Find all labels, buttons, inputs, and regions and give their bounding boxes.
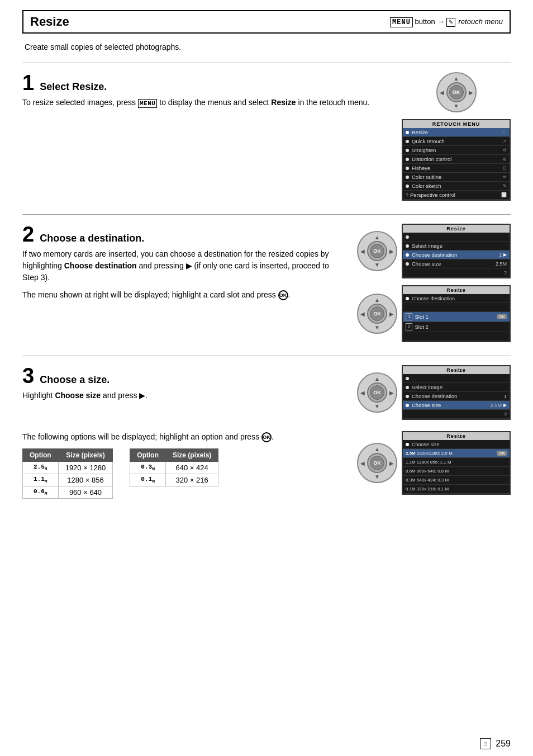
screen3b-1.1m: 1.1M 1280x 856; 1.1 M	[403, 458, 510, 467]
ok-badge-25m: OK	[497, 451, 507, 456]
page-footer: ≡ 259	[480, 738, 511, 749]
options-table-1: Option Size (pixels) 2.5M 1920 × 1280 1.…	[22, 448, 113, 499]
step3-body: Highlight Choose size and press ▶.	[22, 390, 335, 401]
table2-row2: 0.1M 320 × 216	[130, 474, 218, 486]
screen2-choose-size: Choose size 2.5M	[403, 259, 510, 268]
screen3-blank1	[403, 374, 510, 383]
retouch-label: retouch menu	[459, 17, 503, 26]
question-icon: ?	[406, 192, 408, 198]
screen-row-resize: Resize ⬚	[403, 128, 510, 137]
dot-s3-blank1	[406, 377, 409, 380]
ok-symbol-3: OK	[261, 432, 272, 442]
step3-table-intro: The following options will be displayed;…	[22, 431, 346, 443]
arrow-up-2a: ▲	[374, 234, 380, 240]
camera-dial-1: ▲ ▼ ◀ ▶ OK	[436, 72, 477, 112]
screen-row-quick: Quick retouch ↗	[403, 137, 510, 146]
arrow-up-1: ▲	[454, 75, 459, 82]
screen-row-straighten: Straighten ↺	[403, 146, 510, 155]
arrow-down-2a: ▼	[374, 262, 380, 268]
screen-row-sketch: Color sketch ✎	[403, 182, 510, 191]
table2-opt1: 0.3M	[130, 462, 166, 474]
step2-left: 2 Choose a destination. If two memory ca…	[22, 224, 357, 301]
size-03m-label: 0.3M	[406, 478, 416, 483]
dot-s3-dest	[406, 395, 409, 398]
dot-distortion	[406, 158, 409, 161]
dial-ok-1: OK	[449, 85, 464, 100]
screen3-dest: Choose destination 1	[403, 392, 510, 401]
step1-number-row: 1 Select Resize.	[22, 72, 391, 93]
dial-outer-2a: ▲ ▼ ◀ ▶ OK	[357, 231, 397, 271]
table1-col2-header: Size (pixels)	[58, 449, 113, 462]
screen2b-slot1: 1 Slot 1 OK	[403, 312, 510, 322]
step3-number-row: 3 Choose a size.	[22, 365, 335, 386]
screen-row-outline: Color outline ✏	[403, 173, 510, 182]
screen3b-0.1m: 0.1M 320x 216; 0.1 M	[403, 485, 510, 494]
arrow-right-2a: ▶	[389, 248, 394, 254]
screen2-choose-dest: Choose destination 1 ▶	[403, 251, 510, 259]
dot-outline	[406, 176, 409, 179]
ok-symbol-2: OK	[278, 290, 288, 300]
dot-s3-select	[406, 386, 409, 389]
arrow-up-2b: ▲	[374, 297, 380, 303]
dot-straighten	[406, 149, 409, 152]
table1-row3: 0.6M 960 × 640	[23, 486, 113, 499]
screen3b-subtitle: Choose size	[403, 440, 510, 449]
screen2-blank2: ?	[403, 268, 510, 277]
menu-label-inline: MENU	[138, 99, 157, 108]
step2-number-row: 2 Choose a destination.	[22, 224, 346, 245]
step3-section: 3 Choose a size. Highlight Choose size a…	[22, 365, 511, 499]
arrow-left-1: ◀	[440, 89, 444, 96]
options-table-2: Option Size (pixels) 0.3M 640 × 424 0.1M	[130, 448, 218, 486]
step1-separator	[22, 63, 511, 63]
dot-s3-size	[406, 404, 409, 407]
book-icon: ≡	[480, 738, 491, 749]
table1-opt3: 0.6M	[23, 486, 59, 499]
step3-separator	[22, 356, 511, 356]
step3-screen1-header: Resize	[403, 366, 510, 374]
dial-inner-2b: OK	[367, 304, 387, 324]
dot-quick	[406, 140, 409, 143]
arrow-down-1: ▼	[454, 103, 459, 109]
step3-dial-screen2: ▲ ▼ ◀ ▶ OK Resize Choose size	[357, 431, 511, 495]
step2-right: ▲ ▼ ◀ ▶ OK Resize	[357, 224, 511, 342]
step2-screen1: Resize Select image Choose destination 1…	[402, 224, 511, 278]
step3-number: 3	[22, 365, 34, 386]
outline-icon: ✏	[503, 174, 507, 179]
screen3b-0.3m: 0.3M 640x 424; 0.3 M	[403, 476, 510, 485]
table1-opt2: 1.1M	[23, 474, 59, 486]
slot1-icon: 1	[406, 313, 412, 320]
resize-icon: ⬚	[502, 130, 507, 135]
screen2b-blank2	[403, 332, 510, 341]
arrow-right-1: ▶	[469, 89, 473, 96]
step2-screen1-header: Resize	[403, 225, 510, 233]
page-number: 259	[496, 739, 511, 749]
step2-screen2: Resize Choose destination 1 Slot 1 OK 2 …	[402, 285, 511, 342]
fisheye-icon: ⊡	[503, 166, 507, 171]
step2-dial-screen2-row: ▲ ▼ ◀ ▶ OK Resize Choose destination	[357, 285, 511, 342]
dial-inner-3b: OK	[367, 453, 387, 473]
question-icon-3: ?	[504, 412, 507, 417]
dial-outer-3b: ▲ ▼ ◀ ▶ OK	[357, 443, 397, 483]
step2-number: 2	[22, 224, 34, 245]
table2-col1-header: Option	[130, 449, 166, 462]
step3-left: 3 Choose a size. Highlight Choose size a…	[22, 365, 346, 407]
header-menu: MENU button → ✎ retouch menu	[390, 17, 503, 27]
step1-number: 1	[22, 72, 34, 93]
arrow-symbol: →	[437, 17, 444, 26]
screen2b-blank	[403, 303, 510, 312]
camera-dial-3a: ▲ ▼ ◀ ▶ OK	[357, 372, 397, 413]
header-title: Resize	[30, 15, 69, 29]
table1-opt1: 2.5M	[23, 462, 59, 474]
table1-col1-header: Option	[23, 449, 59, 462]
camera-dial-2a: ▲ ▼ ◀ ▶ OK	[357, 231, 397, 271]
table2-size2: 320 × 216	[165, 474, 218, 486]
step3-dial-screen1: ▲ ▼ ◀ ▶ OK Resize	[357, 365, 511, 420]
table2-size1: 640 × 424	[165, 462, 218, 474]
screen2-blank1	[403, 233, 510, 242]
step3-table-area: The following options will be displayed;…	[22, 431, 346, 499]
options-tables: Option Size (pixels) 2.5M 1920 × 1280 1.…	[22, 448, 346, 499]
step3-right-screens: ▲ ▼ ◀ ▶ OK Resize	[357, 365, 511, 420]
dial-outer-1: ▲ ▼ ◀ ▶ OK	[436, 72, 477, 112]
screen-row-perspective: ? Perspective control ⬜	[403, 191, 510, 200]
size-11m-label: 1.1M	[406, 460, 416, 465]
